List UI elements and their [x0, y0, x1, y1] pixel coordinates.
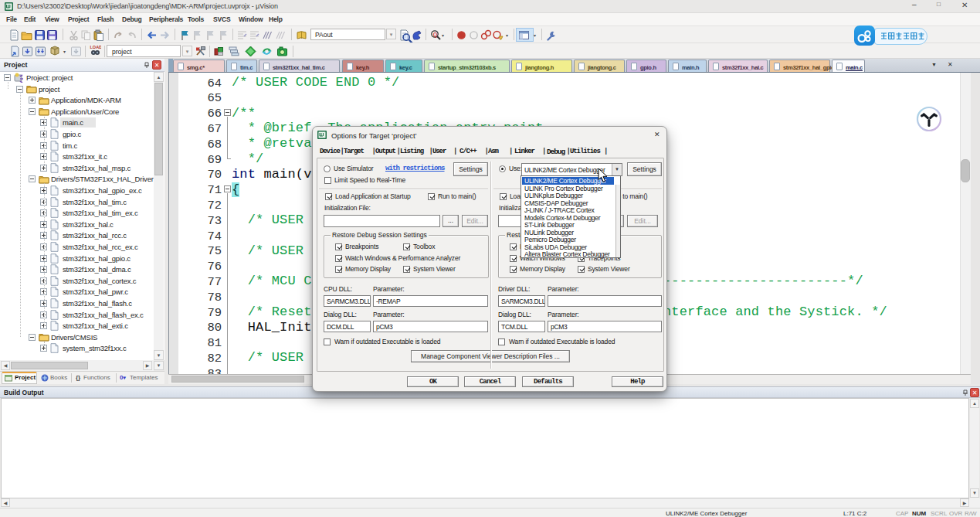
svg-text:LOAD: LOAD: [90, 45, 102, 49]
